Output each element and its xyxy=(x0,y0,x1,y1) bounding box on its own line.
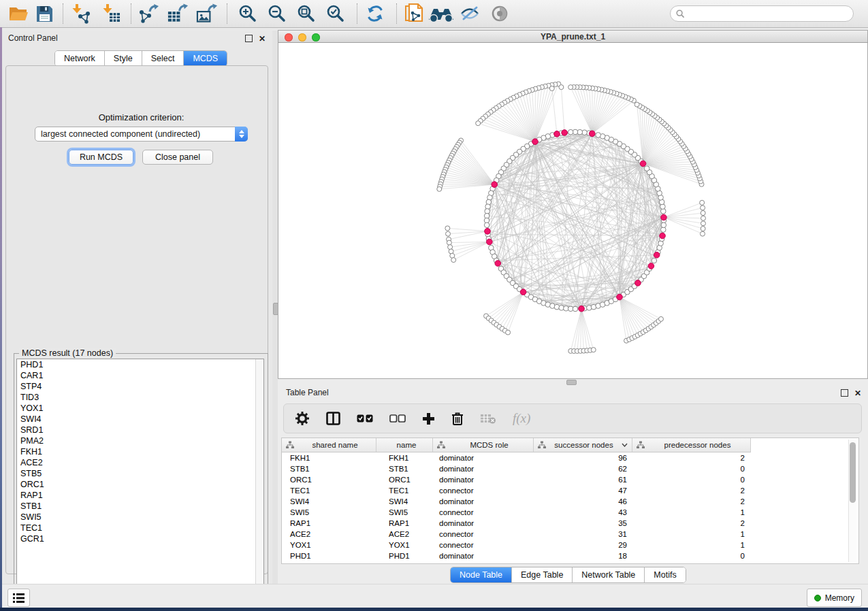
search-field[interactable] xyxy=(670,5,854,22)
tab-motifs[interactable]: Motifs xyxy=(645,567,685,582)
mcds-hub-node[interactable] xyxy=(617,294,623,300)
float-panel-icon[interactable] xyxy=(245,35,253,42)
mcds-list-item[interactable]: ACE2 xyxy=(17,457,263,468)
panel-splitter-vertical[interactable] xyxy=(272,31,278,584)
run-mcds-button[interactable]: Run MCDS xyxy=(69,150,133,165)
tab-select[interactable]: Select xyxy=(142,51,184,66)
memory-button[interactable]: Memory xyxy=(807,589,862,607)
table-row[interactable]: ACE2ACE2connector311 xyxy=(282,529,858,540)
network-node[interactable] xyxy=(701,216,705,220)
export-image-icon[interactable] xyxy=(195,3,219,24)
hide-selected-icon[interactable] xyxy=(458,3,481,24)
network-node[interactable] xyxy=(484,222,489,228)
network-node[interactable] xyxy=(573,306,578,312)
table-row[interactable]: RAP1RAP1dominator352 xyxy=(282,518,858,529)
mcds-list-item[interactable]: FKH1 xyxy=(17,446,263,457)
tab-node-table[interactable]: Node Table xyxy=(451,567,512,582)
network-node[interactable] xyxy=(652,258,657,263)
save-session-icon[interactable] xyxy=(33,3,56,24)
export-table-icon[interactable] xyxy=(166,3,189,24)
network-node[interactable] xyxy=(448,245,453,250)
show-task-history-button[interactable] xyxy=(7,589,30,607)
zoom-selected-icon[interactable] xyxy=(323,3,347,24)
mcds-hub-node[interactable] xyxy=(579,306,585,312)
network-node[interactable] xyxy=(634,102,639,107)
zoom-out-icon[interactable] xyxy=(265,3,288,24)
mcds-list-item[interactable]: PMA2 xyxy=(17,435,263,446)
import-network-icon[interactable] xyxy=(69,3,92,24)
table-row[interactable]: ORC1ORC1dominator610 xyxy=(282,474,858,485)
panel-splitter-horizontal[interactable] xyxy=(278,379,868,385)
mcds-list-item[interactable]: SWI4 xyxy=(17,414,263,425)
mcds-hub-node[interactable] xyxy=(590,131,596,137)
zoom-in-icon[interactable] xyxy=(236,3,259,24)
network-node[interactable] xyxy=(658,316,663,321)
mcds-list-item[interactable]: RAP1 xyxy=(17,490,263,501)
network-node[interactable] xyxy=(559,85,564,90)
network-node[interactable] xyxy=(445,226,450,231)
scrollbar-thumb[interactable] xyxy=(850,442,856,503)
network-node[interactable] xyxy=(644,166,649,171)
column-header-shared-name[interactable]: shared name xyxy=(282,438,376,452)
mcds-hub-node[interactable] xyxy=(554,131,560,137)
table-row[interactable]: STB1STB1dominator620 xyxy=(282,463,858,474)
unselect-all-icon[interactable] xyxy=(389,410,406,427)
select-all-icon[interactable] xyxy=(357,410,373,427)
mcds-hub-node[interactable] xyxy=(654,252,660,258)
mcds-list-item[interactable]: CAR1 xyxy=(17,370,263,381)
network-node[interactable] xyxy=(701,227,705,231)
search-input[interactable] xyxy=(688,8,853,19)
network-node[interactable] xyxy=(568,129,573,135)
splitter-handle[interactable] xyxy=(566,380,577,385)
find-icon[interactable] xyxy=(427,3,455,24)
network-node[interactable] xyxy=(568,85,573,90)
mcds-list-item[interactable]: TEC1 xyxy=(17,523,263,533)
network-window-titlebar[interactable]: YPA_prune.txt_1 xyxy=(278,30,868,43)
mcds-list-item[interactable]: SWI5 xyxy=(17,512,263,523)
delete-column-icon[interactable] xyxy=(451,410,464,427)
show-all-icon[interactable] xyxy=(488,3,511,24)
column-header-predecessor-nodes[interactable]: predecessor nodes xyxy=(632,438,751,452)
mcds-hub-node[interactable] xyxy=(532,139,539,145)
network-node[interactable] xyxy=(596,133,601,138)
mcds-hub-node[interactable] xyxy=(635,280,641,286)
zoom-fit-icon[interactable] xyxy=(294,3,317,24)
mcds-hub-node[interactable] xyxy=(485,229,491,235)
network-node[interactable] xyxy=(701,205,705,210)
network-graph[interactable] xyxy=(278,43,867,378)
mcds-list-item[interactable]: SRD1 xyxy=(17,425,263,435)
tab-mcds[interactable]: MCDS xyxy=(184,51,227,66)
mcds-list-item[interactable]: PHD1 xyxy=(17,359,263,370)
mcds-hub-node[interactable] xyxy=(661,214,667,220)
close-panel-button[interactable]: Close panel xyxy=(142,150,213,165)
mcds-list-item[interactable]: ORC1 xyxy=(17,479,263,490)
mcds-list-item[interactable]: STB5 xyxy=(17,468,263,479)
mcds-hub-node[interactable] xyxy=(660,233,666,239)
float-panel-icon[interactable] xyxy=(841,389,848,397)
table-scrollbar[interactable] xyxy=(848,440,856,562)
import-table-icon[interactable] xyxy=(99,3,123,24)
table-row[interactable]: SWI5SWI5connector431 xyxy=(282,507,858,518)
table-row[interactable]: YOX1YOX1connector291 xyxy=(282,540,858,550)
export-network-icon[interactable] xyxy=(137,3,160,24)
network-node[interactable] xyxy=(591,348,596,352)
column-header-successor-nodes[interactable]: successor nodes xyxy=(534,438,632,452)
mcds-hub-node[interactable] xyxy=(562,130,568,136)
criterion-dropdown[interactable]: largest connected component (undirected) xyxy=(35,127,248,142)
network-node[interactable] xyxy=(661,222,666,228)
open-file-icon[interactable] xyxy=(7,3,30,24)
network-node[interactable] xyxy=(701,221,705,226)
network-node[interactable] xyxy=(701,211,705,216)
tab-edge-table[interactable]: Edge Table xyxy=(512,567,573,582)
network-node[interactable] xyxy=(700,200,705,205)
column-header-MCDS-role[interactable]: MCDS role xyxy=(433,438,534,452)
mcds-list-item[interactable]: GCR1 xyxy=(17,533,263,544)
mcds-hub-node[interactable] xyxy=(492,182,498,188)
network-node[interactable] xyxy=(476,121,481,126)
tab-network[interactable]: Network xyxy=(55,51,105,66)
add-column-icon[interactable] xyxy=(422,410,435,427)
mcds-hub-node[interactable] xyxy=(487,239,493,245)
mcds-hub-node[interactable] xyxy=(520,289,526,295)
tab-network-table[interactable]: Network Table xyxy=(573,567,645,582)
mcds-hub-node[interactable] xyxy=(648,263,654,269)
